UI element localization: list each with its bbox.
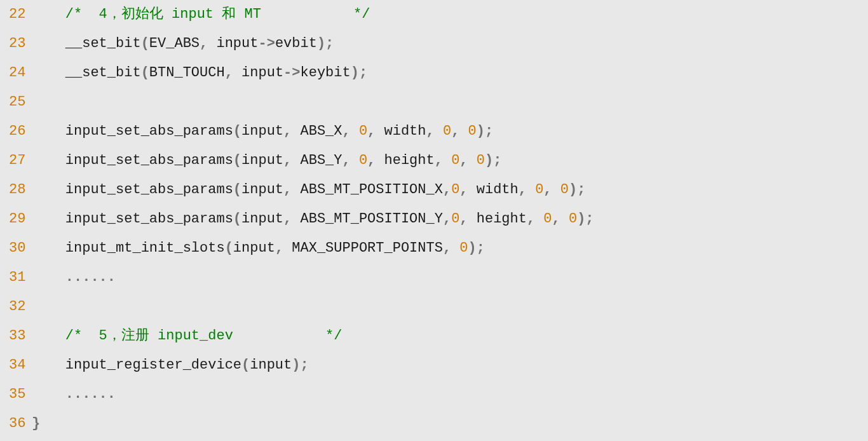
token: ( [233,123,241,139]
token: 0 [468,123,477,139]
line-number: 30 [0,234,32,263]
code-line: 36} [0,409,868,438]
token: width [384,123,426,139]
code-line: 34 input_register_device(input); [0,351,868,380]
code-content: ...... [32,263,116,292]
token: , [552,211,569,227]
token: , [342,123,359,139]
token: ABS_MT_POSITION_X [300,182,442,198]
token: -> [258,36,275,51]
token: __set_bit [32,65,141,81]
code-content: /* 4，初始化 input 和 MT */ [32,0,370,29]
token: 0 [569,211,577,227]
line-number: 29 [0,205,32,234]
code-content: input_set_abs_params(input, ABS_MT_POSIT… [32,205,594,234]
code-line: 30 input_mt_init_slots(input, MAX_SUPPOR… [0,234,868,263]
token: 0 [451,182,459,198]
token: evbit [275,36,317,51]
code-line: 28 input_set_abs_params(input, ABS_MT_PO… [0,175,868,205]
code-content: ...... [32,380,116,409]
code-line: 24 __set_bit(BTN_TOUCH, input->keybit); [0,58,868,88]
code-content: __set_bit(BTN_TOUCH, input->keybit); [32,58,367,88]
token [32,94,40,110]
token: ABS_X [300,123,342,139]
token: , [426,123,443,139]
token: ); [485,153,501,168]
token: height [477,211,527,227]
token: input_set_abs_params [32,182,233,198]
token: } [32,416,40,431]
token: input [241,211,283,227]
token: ); [468,240,485,256]
code-line: 26 input_set_abs_params(input, ABS_X, 0,… [0,117,868,146]
token: ); [317,36,334,51]
token: ); [569,182,585,198]
token: 0 [451,211,459,227]
token: , [283,182,300,198]
token: ( [141,65,149,81]
code-line: 23 __set_bit(EV_ABS, input->evbit); [0,29,868,58]
token: width [477,182,519,198]
token: /* 4，初始化 input 和 MT */ [32,6,370,22]
token: 0 [359,123,367,139]
token: , [519,182,535,198]
token: input [250,357,292,373]
token: , [342,153,359,168]
token: ( [225,240,233,256]
line-number: 32 [0,292,32,322]
token: , [443,240,459,256]
token: ); [292,357,308,373]
code-line: 35 ...... [0,380,868,409]
code-content: input_set_abs_params(input, ABS_MT_POSIT… [32,175,585,205]
line-number: 31 [0,263,32,292]
code-content: /* 5，注册 input_dev */ [32,322,342,351]
code-content [32,292,40,322]
token: 0 [443,123,451,139]
token: input [241,65,283,81]
token: input [241,123,283,139]
line-number: 26 [0,117,32,146]
token: 0 [359,153,367,168]
token: ...... [32,269,116,285]
line-number: 23 [0,29,32,58]
code-content: input_register_device(input); [32,351,309,380]
token: input [241,153,283,168]
token: , [443,211,451,227]
token: input_set_abs_params [32,211,233,227]
token: ( [233,182,241,198]
token: ...... [32,386,116,402]
token: 0 [543,211,552,227]
token: 0 [451,153,459,168]
token: ABS_Y [300,153,342,168]
token: ); [577,211,593,227]
token: 0 [535,182,543,198]
code-line: 29 input_set_abs_params(input, ABS_MT_PO… [0,205,868,234]
token: ); [477,123,493,139]
line-number: 25 [0,88,32,117]
token: height [384,153,435,168]
token: input [233,240,275,256]
token: ( [233,153,241,168]
code-line: 22 /* 4，初始化 input 和 MT */ [0,0,868,29]
token: ); [351,65,367,81]
token: input_mt_init_slots [32,240,225,256]
token: , [283,123,300,139]
line-number: 22 [0,0,32,29]
token: , [459,211,476,227]
line-number: 28 [0,175,32,205]
token: -> [283,65,300,81]
token: , [200,36,216,51]
token: 0 [560,182,569,198]
token: ( [141,36,149,51]
token: , [225,65,241,81]
line-number: 33 [0,322,32,351]
code-line: 25 [0,88,868,117]
token: input_set_abs_params [32,153,233,168]
code-content: input_set_abs_params(input, ABS_X, 0, wi… [32,117,493,146]
line-number: 24 [0,58,32,88]
token: ABS_MT_POSITION_Y [300,211,442,227]
token: , [451,123,468,139]
line-number: 27 [0,146,32,175]
token: __set_bit [32,36,141,51]
line-number: 34 [0,351,32,380]
